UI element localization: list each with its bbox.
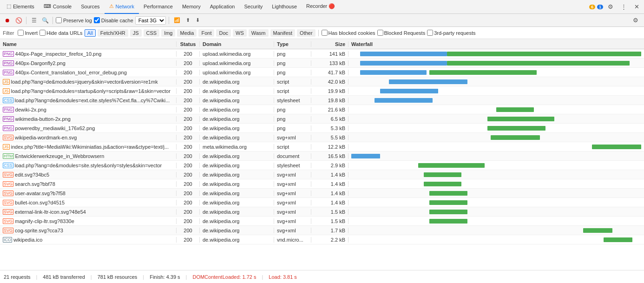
filter-manifest-button[interactable]: Manifest <box>270 29 296 37</box>
table-row[interactable]: SVG external-link-ltr-icon.svg?48e54 200… <box>0 207 644 217</box>
table-row[interactable]: HTM Entwicklerwerkzeuge_in_Webbrowsern 2… <box>0 151 644 161</box>
disable-cache-label[interactable]: Disable cache <box>94 17 133 23</box>
filter-ws-button[interactable]: WS <box>233 29 247 37</box>
hide-data-urls-checkbox[interactable] <box>39 30 46 36</box>
table-row[interactable]: PNG 440px-Page_inspector_firefox_10.png … <box>0 49 644 59</box>
network-settings-icon[interactable]: ⚙ <box>630 15 641 26</box>
cell-domain: de.wikipedia.org <box>200 191 274 196</box>
file-type-icon: ICO <box>3 237 12 243</box>
blocked-requests-label[interactable]: Blocked Requests <box>377 30 426 36</box>
table-row[interactable]: JS index.php?title=MediaWiki:Wikiminiatl… <box>0 142 644 151</box>
cell-status: 200 <box>177 60 200 66</box>
table-row[interactable]: ICO wikipedia.ico 200 de.wikipedia.org v… <box>0 235 644 244</box>
col-header-domain[interactable]: Domain <box>200 41 274 47</box>
cell-waterfall <box>348 172 644 177</box>
invert-checkbox[interactable] <box>18 30 24 36</box>
col-header-size[interactable]: Size <box>311 41 348 47</box>
col-header-type[interactable]: Type <box>274 41 311 47</box>
table-row[interactable]: SVG user-avatar.svg?b7f58 200 de.wikiped… <box>0 189 644 198</box>
blocked-requests-checkbox[interactable] <box>377 30 383 36</box>
filter-css-button[interactable]: CSS <box>144 29 160 37</box>
table-row[interactable]: PNG dewiki-2x.png 200 de.wikipedia.org p… <box>0 105 644 114</box>
cell-domain: de.wikipedia.org <box>200 107 274 112</box>
col-header-waterfall[interactable]: Waterfall <box>348 41 644 47</box>
preserve-log-checkbox[interactable] <box>56 17 62 23</box>
cell-size: 133 kB <box>311 60 348 66</box>
filter-img-button[interactable]: Img <box>161 29 175 37</box>
record-button[interactable]: ⏺ <box>3 16 12 25</box>
table-row[interactable]: SVG bullet-icon.svg?d4515 200 de.wikiped… <box>0 198 644 207</box>
cell-type: document <box>274 153 311 159</box>
col-header-status[interactable]: Status <box>177 41 200 47</box>
tab-performance[interactable]: Performance <box>139 0 177 14</box>
has-blocked-cookies-checkbox[interactable] <box>322 30 328 36</box>
table-row[interactable]: SVG wikipedia-wordmark-en.svg 200 de.wik… <box>0 133 644 142</box>
cell-type: svg+xml <box>274 200 311 205</box>
table-row[interactable]: SVG search.svg?bbf78 200 de.wikipedia.or… <box>0 179 644 189</box>
filter-fetchxhr-button[interactable]: Fetch/XHR <box>98 29 128 37</box>
tab-network[interactable]: ⚠ Network <box>105 0 139 14</box>
cell-status: 200 <box>177 107 200 112</box>
tabs-right-actions: 6 1 ⚙ ⋮ ✕ <box>589 1 642 13</box>
more-options-icon[interactable]: ⋮ <box>618 1 629 13</box>
disable-cache-checkbox[interactable] <box>94 17 100 23</box>
hide-data-urls-checkbox-label[interactable]: Hide data URLs <box>39 30 83 36</box>
file-type-icon: CSS <box>3 98 13 103</box>
table-row[interactable]: PNG 440px-Dargonfly2.png 200 upload.wiki… <box>0 59 644 68</box>
third-party-label[interactable]: 3rd-party requests <box>427 30 475 36</box>
close-icon[interactable]: ✕ <box>631 1 642 13</box>
table-row[interactable]: PNG wikimedia-button-2x.png 200 de.wikip… <box>0 114 644 124</box>
wifi-icon[interactable]: 📶 <box>172 16 182 24</box>
table-header: Name Status Domain Type Size Waterfall <box>0 39 644 49</box>
tab-memory[interactable]: Memory <box>177 0 205 14</box>
clear-button[interactable]: 🚫 <box>14 16 23 25</box>
filter-button[interactable]: ☰ <box>29 16 39 25</box>
tab-console[interactable]: ⌨ Console <box>39 0 76 14</box>
table-row[interactable]: JS load.php?lang=de&modules=jquery&skin=… <box>0 77 644 86</box>
invert-checkbox-label[interactable]: Invert <box>18 30 38 36</box>
filter-all-button[interactable]: All <box>85 29 96 37</box>
search-button[interactable]: 🔍 <box>40 16 50 25</box>
file-type-icon: CSS <box>3 163 13 168</box>
file-type-icon: JS <box>3 79 10 85</box>
table-row[interactable]: PNG poweredby_mediawiki_176x62.png 200 d… <box>0 124 644 133</box>
table-row[interactable]: CSS load.php?lang=de&modules=site.styles… <box>0 161 644 170</box>
cell-domain: de.wikipedia.org <box>200 218 274 224</box>
has-blocked-cookies-label[interactable]: Has blocked cookies <box>322 30 375 36</box>
col-header-name[interactable]: Name <box>0 41 177 47</box>
cell-status: 200 <box>177 172 200 178</box>
export-icon[interactable]: ⬇ <box>194 16 202 24</box>
tab-sources[interactable]: Sources <box>76 0 104 14</box>
settings-icon[interactable]: ⚙ <box>605 1 616 13</box>
import-icon[interactable]: ⬆ <box>184 16 192 24</box>
table-row[interactable]: PNG 440px-Content_translation_tool_error… <box>0 68 644 77</box>
filter-js-button[interactable]: JS <box>130 29 142 37</box>
tab-recorder[interactable]: Recorder 🔴 <box>302 0 340 14</box>
toolbar-divider-3 <box>169 17 169 24</box>
cell-name: JS load.php?lang=de&modules=startup&only… <box>0 88 177 94</box>
table-row[interactable]: SVG cog-sprite.svg?cca73 200 de.wikipedi… <box>0 226 644 235</box>
tab-lighthouse[interactable]: Lighthouse <box>267 0 302 14</box>
tab-elements[interactable]: ⬚ Elements <box>2 0 39 14</box>
table-row[interactable]: CSS load.php?lang=de&modules=ext.cite.st… <box>0 96 644 105</box>
table-row[interactable]: SVG magnify-clip-ltr.svg?8330e 200 de.wi… <box>0 217 644 226</box>
throttle-select[interactable]: Fast 3G <box>135 16 166 25</box>
cell-status: 200 <box>177 88 200 94</box>
table-row[interactable]: JS load.php?lang=de&modules=startup&only… <box>0 86 644 96</box>
preserve-log-label[interactable]: Preserve log <box>56 17 92 23</box>
tab-application[interactable]: Application <box>205 0 240 14</box>
cell-domain: meta.wikimedia.org <box>200 144 274 150</box>
filter-other-button[interactable]: Other <box>297 29 315 37</box>
table-row[interactable]: SVG edit.svg?34bc5 200 de.wikipedia.org … <box>0 170 644 179</box>
cell-status: 200 <box>177 125 200 131</box>
tab-security[interactable]: Security <box>239 0 267 14</box>
cell-name: SVG wikipedia-wordmark-en.svg <box>0 135 177 140</box>
filter-wasm-button[interactable]: Wasm <box>249 29 269 37</box>
filter-doc-button[interactable]: Doc <box>216 29 231 37</box>
third-party-checkbox[interactable] <box>427 30 433 36</box>
cell-waterfall <box>348 135 644 140</box>
cell-status: 200 <box>177 51 200 57</box>
cell-waterfall <box>348 154 644 158</box>
filter-media-button[interactable]: Media <box>177 29 197 37</box>
filter-font-button[interactable]: Font <box>198 29 214 37</box>
